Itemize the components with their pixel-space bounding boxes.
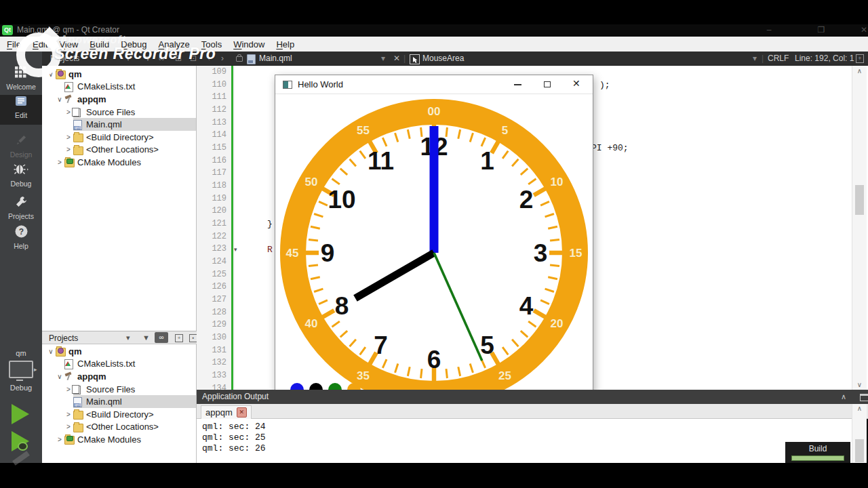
menu-view[interactable]: View bbox=[59, 39, 78, 49]
kit-selector-icon[interactable] bbox=[9, 361, 33, 378]
scroll-down-icon[interactable]: ∨ bbox=[852, 381, 867, 388]
svg-text:2: 2 bbox=[519, 186, 534, 214]
output-panel-title: Application Output bbox=[202, 392, 269, 401]
menu-analyze[interactable]: Analyze bbox=[159, 39, 190, 49]
chevron-expanded-icon[interactable]: ∨ bbox=[46, 70, 56, 78]
chevron-collapsed-icon[interactable]: > bbox=[64, 146, 73, 153]
app-close-button[interactable]: ✕ bbox=[572, 78, 580, 89]
output-collapse-icon[interactable]: ∧ bbox=[841, 392, 846, 401]
os-minimize-button[interactable]: – bbox=[762, 24, 776, 35]
menu-help[interactable]: Help bbox=[276, 39, 294, 49]
app-titlebar[interactable]: Hello World ✕ bbox=[275, 75, 593, 94]
tree-item--build-directory-[interactable]: ><Build Directory> bbox=[42, 408, 196, 421]
svg-text:25: 25 bbox=[498, 369, 511, 382]
menu-debug[interactable]: Debug bbox=[121, 39, 146, 49]
tree-item-main-qml[interactable]: Main.qml bbox=[42, 395, 196, 408]
output-tab-appqm[interactable]: appqm ✕ bbox=[201, 405, 252, 419]
line-number: 129 bbox=[197, 319, 235, 331]
line-ending-indicator[interactable]: CRLF bbox=[768, 54, 789, 63]
output-console[interactable]: qml: sec: 24qml: sec: 25qml: sec: 26 bbox=[197, 419, 852, 463]
tree-item-qm[interactable]: ∨qm bbox=[42, 68, 196, 81]
nav-back-icon[interactable]: ‹ bbox=[208, 54, 210, 63]
close-panel-icon[interactable]: ⊡ bbox=[190, 54, 197, 63]
chevron-collapsed-icon[interactable]: > bbox=[55, 436, 64, 443]
output-popout-icon[interactable] bbox=[860, 394, 868, 401]
tree-item-appqm[interactable]: ∨appqm bbox=[42, 370, 196, 383]
cursor-position-indicator: Line: 192, Col: 1 bbox=[795, 54, 854, 63]
chevron-expanded-icon[interactable]: ∨ bbox=[46, 348, 56, 355]
mode-welcome[interactable]: Welcome bbox=[0, 66, 42, 96]
output-scroll-up-icon[interactable]: ∧ bbox=[852, 405, 867, 412]
status-separator: | bbox=[762, 54, 764, 63]
output-scrollbar-thumb[interactable] bbox=[855, 439, 864, 462]
qml-icon bbox=[73, 397, 83, 407]
tree-item-qm[interactable]: ∨qm bbox=[42, 345, 196, 358]
output-tab-close-icon[interactable]: ✕ bbox=[237, 407, 247, 418]
os-titlebar bbox=[0, 24, 868, 37]
tree-item-source-files[interactable]: >Source Files bbox=[42, 106, 196, 119]
panel-split-icon[interactable]: + bbox=[175, 334, 183, 342]
encoding-caret-icon[interactable]: ▾ bbox=[753, 54, 757, 63]
chevron-expanded-icon[interactable]: ∨ bbox=[55, 96, 64, 103]
os-close-button[interactable]: ✕ bbox=[856, 24, 868, 35]
folder-gear-icon bbox=[56, 69, 66, 79]
tree-item-label: appqm bbox=[77, 94, 106, 104]
svg-text:3: 3 bbox=[534, 239, 548, 267]
tree-item-appqm[interactable]: ∨appqm bbox=[42, 93, 196, 106]
code-fold-icon[interactable]: ▾ bbox=[234, 246, 237, 253]
tree-item-cmake-modules[interactable]: >CMake Modules bbox=[42, 156, 196, 169]
menu-build[interactable]: Build bbox=[90, 39, 109, 49]
tree-item--other-locations-[interactable]: ><Other Locations> bbox=[42, 144, 196, 157]
filter-icon[interactable]: ▼ bbox=[144, 54, 152, 63]
nav-forward-icon[interactable]: › bbox=[221, 54, 224, 63]
tab-close-icon[interactable]: ✕ bbox=[393, 54, 400, 63]
panel-sync-toggle[interactable]: ∞ bbox=[155, 332, 168, 343]
os-maximize-button[interactable]: ❐ bbox=[814, 24, 829, 35]
menu-window[interactable]: Window bbox=[233, 39, 264, 49]
folder-icon bbox=[73, 409, 83, 419]
kit-expand-arrow-icon[interactable]: ▸ bbox=[34, 366, 37, 373]
line-number: 127 bbox=[197, 293, 235, 306]
chevron-collapsed-icon[interactable]: > bbox=[64, 134, 73, 141]
projects-panel-bottom-header: Projects ▾ ▼ ∞ + ▪ bbox=[42, 331, 197, 344]
symbol-mousearea[interactable]: MouseArea bbox=[422, 54, 464, 63]
chevron-expanded-icon[interactable]: ∨ bbox=[55, 373, 64, 380]
sync-icon[interactable]: ∞ bbox=[159, 54, 165, 63]
chevron-collapsed-icon[interactable]: > bbox=[55, 159, 64, 166]
mode-edit[interactable]: Edit bbox=[0, 95, 42, 125]
mode-help[interactable]: ?Help bbox=[0, 225, 42, 255]
chevron-collapsed-icon[interactable]: > bbox=[64, 411, 73, 418]
editor-scrollbar-thumb[interactable] bbox=[855, 185, 864, 215]
panel-filter-icon[interactable]: ▼ bbox=[142, 333, 150, 342]
tree-item--build-directory-[interactable]: ><Build Directory> bbox=[42, 131, 196, 144]
chevron-collapsed-icon[interactable]: > bbox=[64, 423, 73, 430]
line-number: 125 bbox=[197, 268, 235, 281]
tree-item-main-qml[interactable]: Main.qml bbox=[42, 118, 196, 131]
filter-caret-icon[interactable]: ▾ bbox=[126, 54, 130, 63]
tab-main-qml[interactable]: Main.qml bbox=[259, 54, 292, 63]
menu-tools[interactable]: Tools bbox=[201, 39, 222, 49]
tree-item--other-locations-[interactable]: ><Other Locations> bbox=[42, 421, 196, 434]
scroll-up-icon[interactable]: ∧ bbox=[852, 67, 867, 75]
output-scrollbar[interactable]: ∧ bbox=[852, 404, 867, 463]
mode-projects[interactable]: Projects bbox=[0, 196, 42, 226]
tab-dropdown-icon[interactable]: ▾ bbox=[381, 54, 385, 63]
tree-item-source-files[interactable]: >Source Files bbox=[42, 383, 196, 396]
split-panel-icon[interactable]: ⊞ bbox=[175, 54, 182, 63]
app-maximize-button[interactable] bbox=[544, 81, 551, 87]
panel-caret-icon[interactable]: ▾ bbox=[126, 333, 130, 342]
mode-design: Design bbox=[0, 134, 42, 164]
editor-scrollbar[interactable]: ∧ ∨ bbox=[852, 66, 867, 390]
menu-file[interactable]: File bbox=[7, 39, 21, 49]
build-progress-bar bbox=[791, 455, 844, 461]
mode-debug[interactable]: Debug bbox=[0, 163, 42, 193]
menu-edit[interactable]: Edit bbox=[33, 39, 47, 49]
run-button[interactable] bbox=[12, 404, 29, 424]
tree-item-cmake-modules[interactable]: >CMake Modules bbox=[42, 433, 196, 446]
app-minimize-button[interactable] bbox=[514, 84, 521, 85]
split-editor-icon[interactable]: + bbox=[856, 54, 864, 63]
projects-panel-bottom: ∨qmCMakeLists.txt∨appqm>Source FilesMain… bbox=[42, 344, 197, 463]
tree-item-cmakelists-txt[interactable]: CMakeLists.txt bbox=[42, 81, 196, 94]
projects-panel-top: ∨qmCMakeLists.txt∨appqm>Source FilesMain… bbox=[42, 66, 197, 331]
tree-item-cmakelists-txt[interactable]: CMakeLists.txt bbox=[42, 358, 196, 371]
